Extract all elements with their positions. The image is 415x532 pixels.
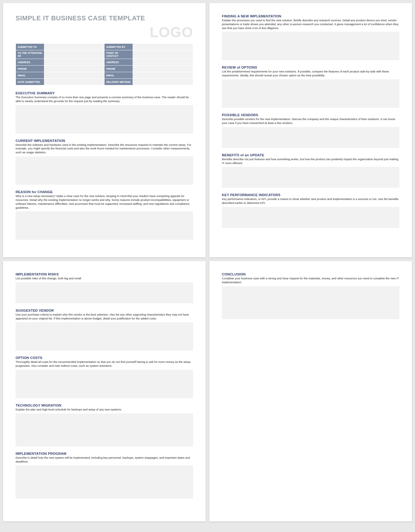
field-email-right[interactable] [133, 72, 193, 79]
section-input-box[interactable] [222, 207, 399, 228]
section-input-box[interactable] [16, 282, 193, 303]
label-submitted-to: SUBMITTED TO [16, 44, 44, 50]
section-description: Use your purchase criteria to explain wh… [16, 313, 193, 321]
field-address-right[interactable] [133, 59, 193, 66]
page-grid: SIMPLE IT BUSINESS CASE TEMPLATE LOGO SU… [3, 3, 412, 522]
section-description: List the predetermined requirements for … [222, 70, 399, 78]
section-input-box[interactable] [16, 413, 193, 446]
label-date-submitted: DATE SUBMITTED [16, 79, 44, 85]
field-submitted-to[interactable] [44, 44, 104, 50]
section-description: Key performance indicators, or KPI, prov… [222, 197, 399, 205]
section-description: Explain the plan and high-level schedule… [16, 408, 193, 412]
label-phone-right: PHONE [104, 66, 133, 72]
label-delivery-method: DELIVERY METHOD [104, 79, 133, 85]
label-address-left: ADDRESS [16, 59, 44, 66]
section-input-box[interactable] [16, 370, 193, 398]
section-input-box[interactable] [16, 211, 193, 240]
label-address-right: ADDRESS [104, 59, 133, 66]
field-point-of-contact[interactable] [133, 50, 193, 59]
page-3: IMPLEMENTATION RISKS List possible risks… [3, 261, 206, 522]
section-description: Complete your business case with a stron… [222, 277, 399, 284]
field-email-left[interactable] [44, 72, 104, 79]
section-finding-implementation: FINDING A NEW IMPLEMENTATION Explain the… [222, 14, 399, 60]
section-input-box[interactable] [16, 105, 193, 134]
section-title: IMPLEMENTATION RISKS [16, 272, 193, 276]
section-title: BENEFITS of an UPDATE [222, 153, 399, 157]
section-input-box[interactable] [16, 322, 193, 351]
label-point-of-contact: POINT OF CONTACT [104, 50, 133, 59]
section-title: OPTION COSTS [16, 356, 193, 360]
section-description: Describe possible vendors for the new im… [222, 117, 399, 125]
section-conclusion: CONCLUSION Complete your business case w… [222, 272, 399, 319]
section-input-box[interactable] [222, 32, 399, 60]
section-description: Explain the processes you used to find t… [222, 19, 399, 30]
section-kpi: KEY PERFORMANCE INDICATORS Key performan… [222, 193, 399, 228]
section-description: Describe in detail how the new system wi… [16, 456, 193, 464]
section-input-box[interactable] [222, 286, 399, 319]
field-phone-right[interactable] [133, 66, 193, 72]
section-possible-vendors: POSSIBLE VENDORS Describe possible vendo… [222, 113, 399, 148]
section-title: POSSIBLE VENDORS [222, 113, 399, 117]
section-input-box[interactable] [16, 156, 193, 185]
section-review-options: REVIEW of OPTIONS List the predetermined… [222, 66, 399, 108]
field-submitted-by[interactable] [133, 44, 193, 50]
page-1: SIMPLE IT BUSINESS CASE TEMPLATE LOGO SU… [3, 3, 206, 257]
section-option-costs: OPTION COSTS Thoroughly detail all costs… [16, 356, 193, 398]
label-email-right: EMAIL [104, 72, 133, 79]
section-input-box[interactable] [16, 466, 193, 498]
section-title: CONCLUSION [222, 272, 399, 276]
section-title: REASON for CHANGE [16, 190, 193, 194]
field-date-submitted[interactable] [44, 79, 104, 85]
section-reason-for-change: REASON for CHANGE Why is a new setup nec… [16, 190, 193, 240]
section-description: Thoroughly detail all costs for the reco… [16, 360, 193, 368]
section-title: IMPLEMENTATION PROGRAM [16, 452, 193, 455]
section-title: TECHNOLOGY MIGRATION [16, 404, 193, 407]
label-email-left: EMAIL [16, 72, 44, 79]
section-input-box[interactable] [222, 127, 399, 148]
field-phone-left[interactable] [44, 66, 104, 72]
section-input-box[interactable] [222, 167, 399, 188]
label-phone-left: PHONE [16, 66, 44, 72]
label-submitted-by: SUBMITTED BY [104, 44, 133, 50]
page-2: FINDING A NEW IMPLEMENTATION Explain the… [209, 3, 412, 257]
section-executive-summary: EXECUTIVE SUMMARY The Executive Summary … [16, 91, 193, 134]
section-input-box[interactable] [222, 79, 399, 108]
section-title: SUGGESTED VENDOR [16, 309, 193, 312]
info-table: SUBMITTED TO SUBMITTED BY TO THE ATTENTI… [16, 43, 193, 85]
document-title: SIMPLE IT BUSINESS CASE TEMPLATE [16, 14, 193, 22]
page-4: CONCLUSION Complete your business case w… [209, 261, 412, 522]
label-attention-of: TO THE ATTENTION OF [16, 50, 44, 59]
field-attention-of[interactable] [44, 50, 104, 59]
section-title: CURRENT IMPLEMENTATION [16, 139, 193, 143]
section-implementation-program: IMPLEMENTATION PROGRAM Describe in detai… [16, 452, 193, 498]
section-current-implementation: CURRENT IMPLEMENTATION Describe the soft… [16, 139, 193, 185]
section-title: KEY PERFORMANCE INDICATORS [222, 193, 399, 197]
section-description: The Executive Summary consists of no mor… [16, 96, 193, 103]
section-benefits-update: BENEFITS of an UPDATE Benefits describe … [222, 153, 399, 188]
section-description: Benefits describe not just features and … [222, 157, 399, 165]
section-title: REVIEW of OPTIONS [222, 66, 399, 69]
section-title: FINDING A NEW IMPLEMENTATION [222, 14, 399, 18]
field-delivery-method[interactable] [133, 79, 193, 85]
section-suggested-vendor: SUGGESTED VENDOR Use your purchase crite… [16, 309, 193, 351]
field-address-left[interactable] [44, 59, 104, 66]
section-implementation-risks: IMPLEMENTATION RISKS List possible risks… [16, 272, 193, 303]
section-description: Describe the software and hardware used … [16, 143, 193, 154]
logo-placeholder: LOGO [16, 24, 193, 40]
section-title: EXECUTIVE SUMMARY [16, 91, 193, 95]
section-technology-migration: TECHNOLOGY MIGRATION Explain the plan an… [16, 404, 193, 446]
section-description: List possible risks of this change, both… [16, 277, 193, 281]
section-description: Why is a new setup necessary? Make a cle… [16, 194, 193, 210]
